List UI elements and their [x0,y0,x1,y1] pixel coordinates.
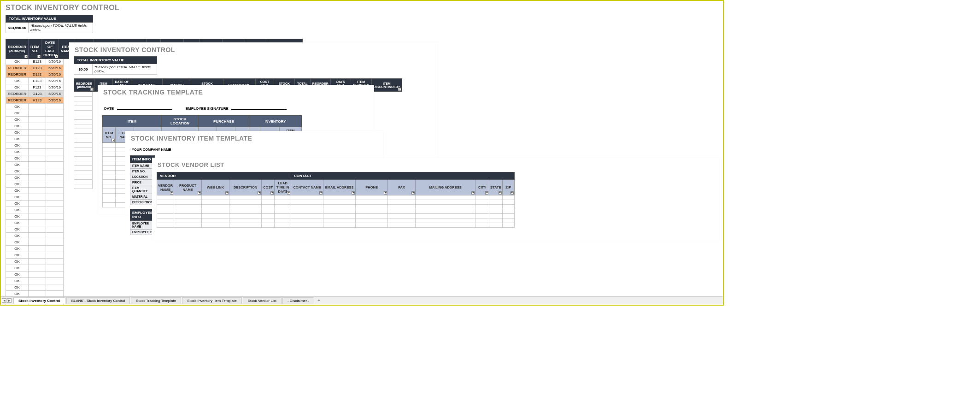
l5-cell[interactable] [475,218,489,223]
l1-cell[interactable] [29,168,46,175]
l3-cell[interactable] [103,143,116,148]
l1-cell[interactable] [46,213,64,220]
l3-cell[interactable] [103,198,116,203]
l2-cell[interactable] [74,138,93,143]
l1-cell[interactable] [29,201,46,207]
l1-cell[interactable] [29,284,46,291]
date-input[interactable] [117,105,172,110]
l1-cell[interactable] [29,220,46,226]
l1-cell[interactable] [46,104,64,110]
l1-cell[interactable]: H123 [29,97,46,104]
l5-cell[interactable] [157,209,174,214]
l1-cell[interactable]: OK [6,149,29,155]
l1-cell[interactable]: G123 [29,91,46,97]
l2-cell[interactable] [74,180,93,184]
l5-cell[interactable] [174,209,202,214]
l5-cell[interactable] [388,214,416,218]
l1-cell[interactable] [46,278,64,284]
l1-cell[interactable]: OK [6,265,29,271]
l5-cell[interactable] [323,205,356,209]
l1-cell[interactable]: F123 [29,84,46,91]
l5-subhdr-12[interactable]: STATE [489,180,502,195]
l1-cell[interactable] [29,226,46,233]
filter-dropdown-icon[interactable] [499,191,502,195]
l2-cell[interactable] [74,166,93,171]
l1-cell[interactable] [46,130,64,136]
l1-cell[interactable] [29,110,46,117]
l5-cell[interactable] [157,214,174,218]
l1-cell[interactable]: OK [6,78,29,84]
l5-subhdr-2[interactable]: WEB LINK [202,180,229,195]
l1-header-1[interactable]: ITEM NO. [29,39,41,59]
l3-cell[interactable] [103,161,116,166]
l1-cell[interactable] [29,194,46,201]
l1-cell[interactable]: OK [6,117,29,123]
l2-cell[interactable] [74,115,93,120]
l1-cell[interactable] [46,155,64,162]
l5-cell[interactable] [323,223,356,228]
l1-cell[interactable] [46,110,64,117]
filter-dropdown-icon[interactable] [319,191,323,195]
l1-cell[interactable] [46,265,64,271]
l5-cell[interactable] [157,200,174,205]
l5-cell[interactable] [229,209,262,214]
l5-cell[interactable] [475,223,489,228]
l5-cell[interactable] [502,218,514,223]
l1-cell[interactable]: OK [6,239,29,246]
l5-cell[interactable] [275,218,291,223]
l2-cell[interactable] [74,120,93,124]
l3-cell[interactable] [103,175,116,180]
l5-cell[interactable] [291,205,323,209]
l1-cell[interactable]: 5/20/16 [46,84,64,91]
filter-dropdown-icon[interactable] [352,191,355,195]
l5-cell[interactable] [202,218,229,223]
l5-cell[interactable] [174,205,202,209]
l1-cell[interactable]: REORDER [6,91,29,97]
l1-cell[interactable] [29,252,46,259]
filter-dropdown-icon[interactable] [411,191,415,195]
l2-cell[interactable] [74,129,93,134]
l5-cell[interactable] [275,200,291,205]
l2-header-0[interactable]: REORDER (auto-fill) [74,79,94,92]
l5-cell[interactable] [174,195,202,200]
l1-cell[interactable]: OK [6,220,29,226]
l2-cell[interactable] [74,175,93,180]
l5-cell[interactable] [157,223,174,228]
l1-cell[interactable]: OK [6,246,29,252]
sheet-tab-4[interactable]: Stock Vendor List [243,297,282,304]
l1-cell[interactable]: REORDER [6,97,29,104]
l5-cell[interactable] [229,195,262,200]
l1-cell[interactable] [29,271,46,278]
l1-header-0[interactable]: REORDER (auto-fill) [6,39,29,59]
l5-subhdr-11[interactable]: CITY [475,180,489,195]
l5-cell[interactable] [202,223,229,228]
add-sheet-button[interactable]: + [316,298,322,303]
l1-cell[interactable]: REORDER [6,71,29,78]
l1-cell[interactable] [46,259,64,265]
l1-cell[interactable] [29,246,46,252]
l1-cell[interactable] [29,207,46,213]
l1-cell[interactable] [46,226,64,233]
l5-cell[interactable] [202,214,229,218]
filter-dropdown-icon[interactable] [225,191,229,195]
l5-cell[interactable] [416,209,475,214]
l1-cell[interactable]: 5/20/16 [46,59,64,65]
l5-cell[interactable] [291,209,323,214]
l1-cell[interactable] [46,233,64,239]
l3-cell[interactable] [103,203,116,207]
l5-cell[interactable] [262,200,275,205]
l1-cell[interactable] [46,123,64,130]
l1-cell[interactable]: 5/20/16 [46,91,64,97]
l3-cell[interactable] [103,171,116,175]
l1-cell[interactable] [29,239,46,246]
l3-cell[interactable] [103,166,116,171]
l1-cell[interactable] [46,175,64,181]
l5-cell[interactable] [416,205,475,209]
l3-cell[interactable] [103,148,116,152]
l5-cell[interactable] [502,195,514,200]
l1-cell[interactable] [29,130,46,136]
l5-cell[interactable] [174,200,202,205]
l5-cell[interactable] [291,223,323,228]
l5-subhdr-6[interactable]: CONTACT NAME [291,180,323,195]
l1-cell[interactable] [46,304,64,306]
